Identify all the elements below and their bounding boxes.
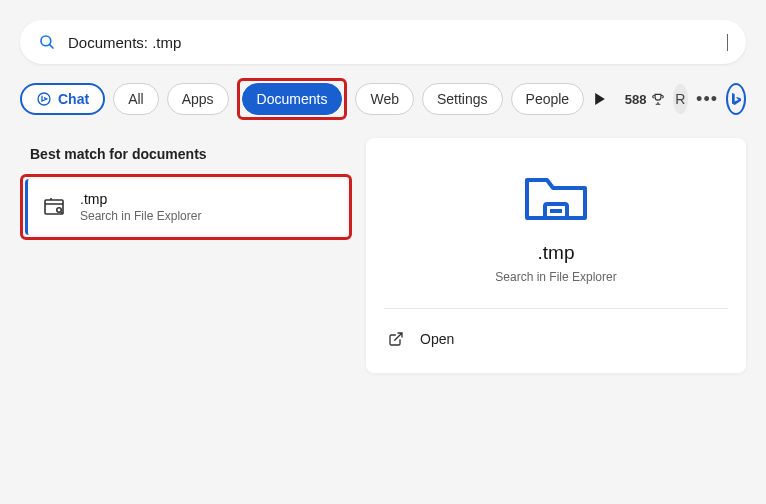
result-item[interactable]: .tmp Search in File Explorer bbox=[25, 179, 347, 235]
file-explorer-search-icon bbox=[42, 195, 66, 219]
search-icon bbox=[38, 33, 56, 51]
search-bar[interactable]: Documents: .tmp bbox=[20, 20, 746, 64]
preview-subtitle: Search in File Explorer bbox=[495, 270, 616, 284]
play-icon bbox=[594, 93, 606, 105]
bing-chat-icon bbox=[36, 91, 52, 107]
divider bbox=[384, 308, 728, 309]
preview-title: .tmp bbox=[538, 242, 575, 264]
section-title: Best match for documents bbox=[30, 146, 352, 162]
result-subtitle: Search in File Explorer bbox=[80, 209, 201, 223]
filter-chat-label: Chat bbox=[58, 91, 89, 107]
rewards-points[interactable]: 588 bbox=[625, 92, 665, 107]
bing-icon bbox=[728, 91, 744, 107]
filter-settings[interactable]: Settings bbox=[422, 83, 503, 115]
preview-panel: .tmp Search in File Explorer Open bbox=[366, 138, 746, 373]
results-panel: Best match for documents .tmp Search in … bbox=[20, 138, 352, 373]
filter-apps[interactable]: Apps bbox=[167, 83, 229, 115]
filter-chat[interactable]: Chat bbox=[20, 83, 105, 115]
action-open[interactable]: Open bbox=[384, 323, 728, 355]
filter-web[interactable]: Web bbox=[355, 83, 414, 115]
filter-bar: Chat All Apps Documents Web Settings Peo… bbox=[20, 78, 746, 120]
svg-line-1 bbox=[49, 44, 53, 48]
open-external-icon bbox=[388, 331, 404, 347]
svg-point-4 bbox=[57, 208, 61, 212]
bing-button[interactable] bbox=[726, 83, 746, 115]
more-menu-button[interactable]: ••• bbox=[696, 83, 718, 115]
filter-documents[interactable]: Documents bbox=[242, 83, 343, 115]
trophy-icon bbox=[651, 92, 665, 106]
filter-all[interactable]: All bbox=[113, 83, 159, 115]
highlight-result: .tmp Search in File Explorer bbox=[20, 174, 352, 240]
folder-icon bbox=[523, 168, 589, 224]
svg-point-2 bbox=[38, 93, 50, 105]
ellipsis-icon: ••• bbox=[696, 89, 718, 110]
highlight-documents-filter: Documents bbox=[237, 78, 348, 120]
action-open-label: Open bbox=[420, 331, 454, 347]
user-avatar[interactable]: R bbox=[673, 84, 689, 114]
filter-more-button[interactable] bbox=[592, 83, 609, 115]
result-title: .tmp bbox=[80, 191, 201, 207]
filter-people[interactable]: People bbox=[511, 83, 585, 115]
search-input[interactable]: Documents: .tmp bbox=[68, 34, 728, 51]
